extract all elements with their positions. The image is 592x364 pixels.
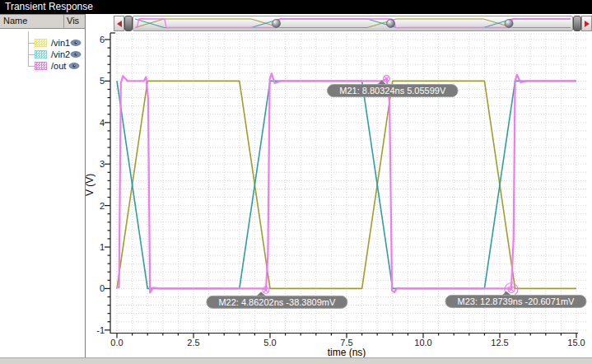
visibility-eye-icon[interactable] (70, 39, 82, 47)
marker-M22[interactable]: M22: 4.86202ns -38.3809mV (207, 287, 347, 308)
svg-text:2.5: 2.5 (187, 338, 199, 348)
tree-connector (28, 43, 35, 55)
svg-text:15.0: 15.0 (567, 338, 585, 348)
svg-text:3: 3 (100, 159, 105, 169)
bottom-window-edge (0, 357, 592, 364)
right-arrow-icon (585, 21, 590, 27)
svg-text:2: 2 (100, 201, 105, 211)
svg-text:10.0: 10.0 (414, 338, 431, 348)
svg-text:5: 5 (100, 76, 105, 86)
signal-name: /vin1 (51, 38, 70, 48)
trace-out[interactable] (117, 73, 576, 292)
signal-color-swatch (35, 39, 47, 47)
svg-text:5.0: 5.0 (263, 338, 276, 348)
signal-panel-header: Name Vis (0, 14, 85, 29)
svg-text:0.0: 0.0 (110, 338, 123, 348)
signal-row-vin2[interactable]: /vin2 (0, 49, 85, 60)
strip-overview-groove[interactable] (133, 16, 573, 31)
visibility-eye-icon[interactable] (70, 50, 82, 58)
strip-marker-knob-M23[interactable] (505, 20, 513, 28)
window-title-bar: Transient Response (0, 0, 592, 14)
waveforms (117, 73, 576, 292)
signal-color-swatch (35, 62, 47, 70)
svg-text:-1: -1 (96, 325, 105, 335)
column-header-vis: Vis (64, 15, 85, 28)
svg-text:1: 1 (100, 242, 105, 252)
waveform-plot: 0.02.55.07.510.012.515.0-10123456time (n… (0, 0, 592, 364)
marker-M23[interactable]: M23: 12.8739ns -20.6071mV (445, 282, 586, 307)
signal-color-swatch (35, 50, 47, 58)
signal-name: /out (51, 61, 68, 71)
y-axis-title: V (V) (84, 174, 96, 196)
strip-scroll-right-button[interactable] (581, 16, 592, 31)
signal-list: /vin1/vin2/out (0, 29, 85, 72)
column-header-name: Name (0, 15, 64, 28)
strip-left-drag-handle[interactable] (124, 16, 133, 31)
left-arrow-icon (117, 21, 122, 27)
marker-label: M23: 12.8739ns -20.6071mV (458, 296, 576, 306)
visibility-eye-icon[interactable] (68, 62, 80, 70)
svg-text:6: 6 (100, 35, 105, 44)
x-axis-title: time (ns) (328, 347, 366, 358)
signal-row-vin1[interactable]: /vin1 (0, 37, 85, 49)
marker-label: M21: 8.80324ns 5.05599V (339, 86, 446, 96)
strip-scroll-left-button[interactable] (114, 16, 124, 31)
svg-text:4: 4 (100, 118, 105, 128)
signal-row-out[interactable]: /out (0, 60, 85, 72)
strip-marker-knob-M22[interactable] (272, 20, 280, 28)
window-title: Transient Response (5, 1, 93, 12)
svg-text:12.5: 12.5 (491, 338, 508, 348)
signal-name: /vin2 (51, 49, 70, 59)
strip-marker-knob-M21[interactable] (386, 20, 394, 28)
marker-label: M22: 4.86202ns -38.3809mV (218, 297, 336, 307)
signal-panel: Name Vis /vin1/vin2/out (0, 14, 86, 357)
strip-mini-waveform (133, 16, 572, 30)
tree-connector (28, 54, 35, 67)
strip-right-drag-handle[interactable] (573, 16, 581, 31)
svg-text:0: 0 (100, 283, 105, 293)
tree-connector (28, 31, 35, 44)
horizontal-zoom-strip (114, 16, 592, 31)
